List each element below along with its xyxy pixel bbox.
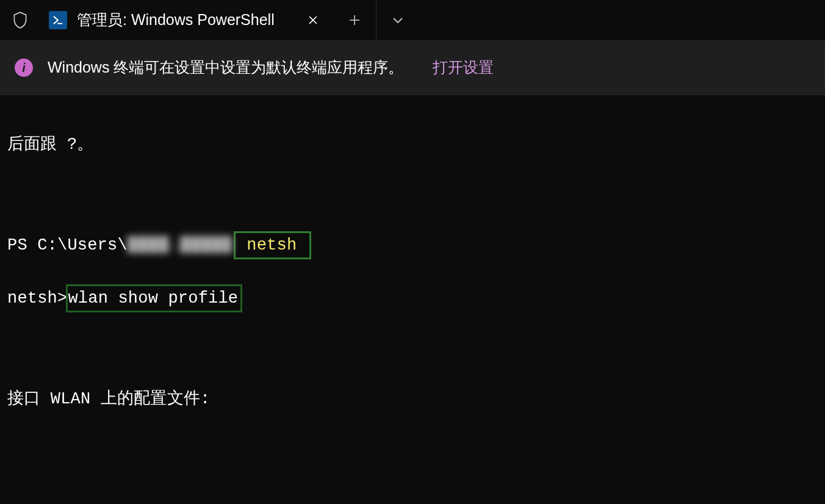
- cmd-netsh: netsh: [247, 236, 297, 254]
- output-line: 接口 WLAN 上的配置文件:: [7, 387, 818, 412]
- blank-line: [7, 182, 818, 207]
- title-bar: 管理员: Windows PowerShell: [0, 0, 825, 40]
- tab-active[interactable]: 管理员: Windows PowerShell: [40, 0, 333, 40]
- close-icon: [308, 15, 318, 25]
- terminal-output[interactable]: 后面跟 ?。 PS C:\Users\████.█████ netsh nets…: [0, 95, 825, 504]
- tab-title: 管理员: Windows PowerShell: [77, 9, 294, 32]
- blank-line: [7, 436, 818, 461]
- tab-close-button[interactable]: [304, 11, 322, 29]
- info-icon: i: [15, 59, 33, 77]
- prompt-line: PS C:\Users\████.█████ netsh: [7, 231, 818, 260]
- prompt-prefix: PS C:\Users\: [7, 236, 128, 254]
- tab-dropdown-button[interactable]: [376, 0, 419, 40]
- powershell-icon: [49, 11, 67, 29]
- info-message: Windows 终端可在设置中设置为默认终端应用程序。: [48, 56, 403, 79]
- output-line: 后面跟 ?。: [7, 132, 818, 157]
- blank-line: [7, 337, 818, 362]
- new-tab-button[interactable]: [333, 0, 376, 40]
- highlight-box-netsh: netsh: [234, 231, 311, 260]
- open-settings-link[interactable]: 打开设置: [433, 56, 494, 79]
- info-bar: i Windows 终端可在设置中设置为默认终端应用程序。 打开设置: [0, 40, 825, 95]
- shield-icon: [0, 0, 40, 40]
- netsh-prompt-line: netsh>wlan show profile: [7, 284, 818, 313]
- blank-line: [7, 486, 818, 505]
- netsh-prompt: netsh>: [7, 289, 67, 308]
- chevron-down-icon: [392, 16, 403, 24]
- prompt-username-masked: ████.█████: [128, 236, 232, 254]
- plus-icon: [349, 15, 360, 26]
- cmd-wlan-show-profile: wlan show profile: [68, 289, 238, 308]
- highlight-box-wlan: wlan show profile: [66, 284, 242, 313]
